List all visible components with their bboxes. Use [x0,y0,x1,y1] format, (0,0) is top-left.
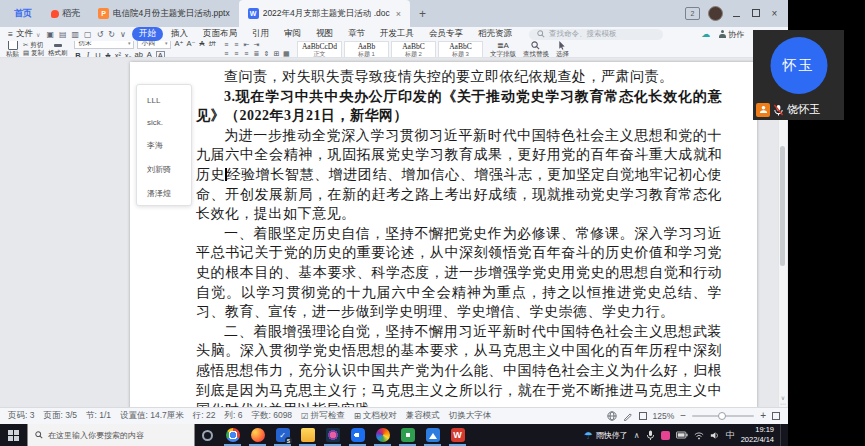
style-标题 1[interactable]: AaBb标题 1 [344,41,389,58]
menu-会员专享[interactable]: 会员专享 [422,27,470,41]
tab-home[interactable]: 首页 [4,7,42,20]
align-left-button[interactable]: ≡ [223,50,230,57]
zoom-in-button[interactable]: + [760,412,766,420]
copy-button[interactable]: ▤ 复制 [23,49,44,57]
pink-app-tray-icon[interactable] [661,431,670,440]
menu-开始[interactable]: 开始 [132,27,163,41]
app-meeting[interactable] [345,424,370,446]
print-button[interactable]: ▥ [70,30,82,39]
font-name-select[interactable]: 仿宋▾ [74,41,134,49]
font-color-button[interactable]: A [146,50,153,59]
format-painter-button[interactable]: 格式刷 [48,41,68,56]
network-icon[interactable] [694,431,704,440]
app-todo[interactable]: ✓S [270,424,295,446]
export-pdf-button[interactable]: ▤ [57,30,69,39]
app-recorder[interactable] [395,424,420,446]
justify-button[interactable]: ≣ [253,50,260,58]
borders-button[interactable]: ⊞ [273,50,280,58]
scrollbar-down-icon[interactable]: ∨⋯ [779,395,787,407]
maximize-button[interactable] [750,9,761,19]
bold-button[interactable]: B [74,51,81,59]
app-chrome[interactable] [220,424,245,446]
align-right-button[interactable]: ≡ [243,50,250,57]
meeting-video-overlay[interactable]: 怀玉 饶怀玉 [753,30,844,120]
indent-button[interactable]: ⇥ [253,41,260,49]
close-button[interactable]: × [769,9,780,19]
collaborate-button[interactable]: 协作 [719,29,744,40]
font-size-select[interactable]: 小四▾ [137,41,171,49]
menu-稻壳资源[interactable]: 稻壳资源 [471,27,519,41]
doc-heading[interactable]: 3.现在学习中共中央办公厅印发的《关于推动党史学习教育常态化长效化的意见》（20… [196,87,722,126]
file-menu[interactable]: ≡ 文件 ∨ [8,28,40,40]
web-layout-icon[interactable] [607,411,617,421]
show-desktop-button[interactable] [780,424,786,446]
number-list-button[interactable]: ≡ [233,41,240,48]
app-explorer[interactable] [295,424,320,446]
paste-button[interactable]: 粘贴 [6,41,19,58]
menu-章节[interactable]: 章节 [341,27,372,41]
collaborator[interactable]: 刘新骑 [147,164,191,175]
bullet-list-button[interactable]: ≡ [223,41,230,48]
grow-font-button[interactable]: A⁺ [174,41,183,48]
account-avatar[interactable] [708,6,723,21]
find-replace-button[interactable]: 查找替换 [523,41,549,57]
minimize-button[interactable] [731,9,742,19]
collaborator[interactable]: LLL [147,96,191,105]
big-font-toggle[interactable]: 切换大字体 [449,410,492,422]
line-spacing-button[interactable]: ⇕ [263,50,270,58]
style-标题 2[interactable]: AaBbC标题 2 [391,41,436,58]
clock[interactable]: 19:19 2022/4/14 [741,425,774,445]
scrollbar-thumb[interactable] [780,146,785,266]
ime-indicator[interactable]: 中 [726,429,735,442]
tray-expand-icon[interactable]: ∧ [634,431,640,440]
doc-paragraph[interactable]: 二、着眼增强理论自觉，坚持不懈用习近平新时代中国特色社会主义思想武装头脑。深入贯… [196,322,722,407]
doc-partial-line[interactable]: 查问责，对失职失责导致疫情失控的要立即依纪依规查处，严肃问责。 [196,67,722,87]
document-page[interactable]: 查问责，对失职失责导致疫情失控的要立即依纪依规查处，严肃问责。 3.现在学习中共… [130,62,757,407]
app-pinwheel[interactable] [370,424,395,446]
doc-paragraph[interactable]: 一、着眼坚定历史自信，坚持不懈把党史作为必修课、常修课。深入学习习近平总书记关于… [196,224,722,322]
speaker-icon[interactable] [710,431,720,440]
app-wps[interactable]: W [445,424,470,446]
doc-paragraph[interactable]: 为进一步推动全党深入学习贯彻习近平新时代中国特色社会主义思想和党的十九届六中全会… [196,126,722,224]
window-count-badge[interactable]: 2 [685,7,700,20]
zoom-level[interactable]: 125% [653,411,675,421]
cloud-sync-icon[interactable]: ☁ [701,29,710,39]
undo-button[interactable]: ↺ [95,30,106,39]
collaborator[interactable]: 李海 [147,140,191,151]
align-center-button[interactable]: ≡ [233,50,240,57]
app-mountain[interactable] [420,424,445,446]
style-正文[interactable]: AaBbCcDd正文 [297,41,342,58]
clear-format-button[interactable]: A [198,41,205,48]
app-photos[interactable] [320,424,345,446]
battery-icon[interactable] [676,431,688,439]
highlight-button[interactable]: ab [134,50,142,59]
collaborator[interactable]: sick. [147,118,191,127]
shading-button[interactable]: ▦ [283,50,290,58]
zoom-slider-thumb[interactable] [718,412,726,420]
zoom-out-button[interactable]: − [680,412,686,420]
print-preview-button[interactable]: ▢ [82,30,94,39]
char-border-button[interactable]: A [156,51,165,59]
page-layout-icon[interactable] [639,412,647,420]
underline-button[interactable]: U [94,51,101,59]
cut-button[interactable]: ✂ 剪切 [23,41,44,49]
tab-doc-active[interactable]: W 2022年4月支部主题党日活动 .doc × [239,0,410,27]
redo-button[interactable]: ↻ [106,30,117,39]
tab-pptx[interactable]: P 电信院4月份主题党日活动.pptx [89,0,239,27]
tab-docer[interactable]: 稻壳 [42,7,89,20]
command-search-input[interactable]: 查找命令、搜索模板 [529,29,663,40]
fullscreen-icon[interactable] [772,412,780,420]
zoom-slider[interactable] [692,415,754,417]
menu-插入[interactable]: 插入 [164,27,195,41]
select-button[interactable]: 选择 [556,41,569,57]
shrink-font-button[interactable]: A⁻ [186,41,195,48]
taskbar-search-input[interactable]: 在这里输入你要搜索的内容 [27,424,195,446]
menu-视图[interactable]: 视图 [309,27,340,41]
menu-页面布局[interactable]: 页面布局 [196,27,244,41]
strikethrough-button[interactable]: A [104,51,111,59]
collaborator[interactable]: 潘泽煌 [147,188,191,199]
text-tools-button[interactable]: ≣A 文字排版 [490,41,516,57]
mic-icon[interactable] [646,430,655,441]
ink-pen-icon[interactable] [623,411,633,421]
weather-widget[interactable]: ☂ 雨快停了 [584,430,628,441]
